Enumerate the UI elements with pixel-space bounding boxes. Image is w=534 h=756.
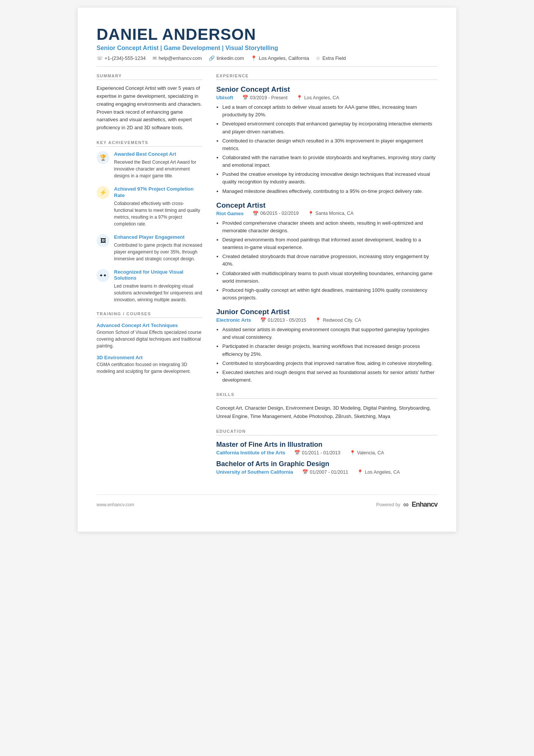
email-icon: ✉ <box>153 55 157 61</box>
training-desc-1: Gnomon School of Visual Effects speciali… <box>97 329 203 349</box>
job-location-1: 📍 Los Angeles, CA <box>297 95 339 100</box>
training-desc-2: CGMA certification focused on integratin… <box>97 361 203 375</box>
edu-pin-icon-1: 📍 <box>350 450 356 455</box>
edu-cal-icon-1: 📅 <box>294 450 300 455</box>
achievement-desc-3: Contributed to game projects that increa… <box>114 242 203 262</box>
bullet-2-5: Produced high-quality concept art within… <box>222 286 437 302</box>
resume-page: DANIEL ANDERSON Senior Concept Artist | … <box>78 8 456 532</box>
bullet-1-3: Contributed to character design which re… <box>222 137 437 152</box>
bullet-1-4: Collaborated with the narrative team to … <box>222 154 437 169</box>
pin-icon-1: 📍 <box>297 95 303 100</box>
bullet-1-1: Led a team of concept artists to deliver… <box>222 103 437 119</box>
achievement-item-1: 🏆 Awarded Best Concept Art Received the … <box>97 151 203 179</box>
bullet-3-3: Contributed to storyboarding projects th… <box>222 360 437 367</box>
right-column: EXPERIENCE Senior Concept Artist Ubisoft… <box>216 74 437 479</box>
bullet-2-3: Created detailed storyboards that drove … <box>222 253 437 268</box>
achievement-title-3: Enhanced Player Engagement <box>114 234 203 241</box>
phone-icon: ☏ <box>97 55 103 61</box>
job-company-3: Electronic Arts <box>216 317 251 323</box>
achievements-section-label: KEY ACHIEVEMENTS <box>97 140 203 147</box>
job-bullets-2: Provided comprehensive character sheets … <box>222 219 437 302</box>
achievement-title-4: Recognized for Unique Visual Solutions <box>114 269 203 282</box>
summary-text: Experienced Concept Artist with over 5 y… <box>97 85 203 132</box>
education-section-label: EDUCATION <box>216 429 437 435</box>
edu-meta-1: California Institute of the Arts 📅 01/20… <box>216 450 437 455</box>
skills-text: Concept Art, Character Design, Environme… <box>216 404 437 421</box>
job-1: Senior Concept Artist Ubisoft 📅 03/2019 … <box>216 85 437 195</box>
bullet-3-2: Participated in character design project… <box>222 343 437 358</box>
bullet-3-1: Assisted senior artists in developing en… <box>222 326 437 341</box>
achievement-title-1: Awarded Best Concept Art <box>114 151 203 158</box>
edu-school-1: California Institute of the Arts <box>216 450 285 455</box>
edu-pin-icon-2: 📍 <box>357 469 363 475</box>
bullet-1-6: Managed milestone deadlines effectively,… <box>222 188 437 195</box>
job-2: Concept Artist Riot Games 📅 06/2015 - 02… <box>216 201 437 302</box>
experience-section-label: EXPERIENCE <box>216 74 437 80</box>
training-title-2: 3D Environment Art <box>97 355 203 360</box>
edu-dates-2: 📅 01/2007 - 01/2011 <box>302 469 348 475</box>
achievement-icon-1: 🏆 <box>97 151 109 164</box>
brand-name: Enhancv <box>412 501 437 509</box>
achievement-desc-2: Collaborated effectively with cross-func… <box>114 200 203 227</box>
calendar-icon-2: 📅 <box>253 211 259 216</box>
infinity-icon: ∞ <box>403 500 409 509</box>
star-icon: ☆ <box>316 55 320 61</box>
edu-cal-icon-2: 📅 <box>302 469 308 475</box>
linkedin-icon: 🔗 <box>209 55 215 61</box>
training-item-2: 3D Environment Art CGMA certification fo… <box>97 355 203 375</box>
pin-icon-3: 📍 <box>315 317 321 323</box>
summary-section-label: SUMMARY <box>97 74 203 80</box>
candidate-title: Senior Concept Artist | Game Development… <box>97 45 437 52</box>
header: DANIEL ANDERSON Senior Concept Artist | … <box>97 26 437 67</box>
bullet-2-4: Collaborated with multidisciplinary team… <box>222 270 437 285</box>
left-column: SUMMARY Experienced Concept Artist with … <box>97 74 203 479</box>
edu-item-1: Master of Fine Arts in Illustration Cali… <box>216 441 437 455</box>
edu-item-2: Bachelor of Arts in Graphic Design Unive… <box>216 460 437 475</box>
job-company-1: Ubisoft <box>216 95 233 100</box>
contact-linkedin: 🔗 linkedin.com <box>209 55 244 61</box>
achievement-item-3: 🖼 Enhanced Player Engagement Contributed… <box>97 234 203 262</box>
training-section-label: TRAINING / COURSES <box>97 311 203 318</box>
edu-location-1: 📍 Valencia, CA <box>350 450 384 455</box>
bullet-1-2: Developed environment concepts that enha… <box>222 120 437 135</box>
job-location-3: 📍 Redwood City, CA <box>315 317 361 323</box>
edu-location-2: 📍 Los Angeles, CA <box>357 469 400 475</box>
achievement-desc-1: Received the Best Concept Art Award for … <box>114 159 203 179</box>
bullet-3-4: Executed sketches and rough designs that… <box>222 369 437 384</box>
footer-url: www.enhancv.com <box>97 502 134 507</box>
achievement-item-2: ⚡ Achieved 97% Project Completion Rate C… <box>97 186 203 227</box>
powered-by-text: Powered by <box>376 502 400 507</box>
edu-school-2: University of Southern California <box>216 469 293 475</box>
achievement-desc-4: Led creative teams in developing visual … <box>114 283 203 303</box>
job-dates-2: 📅 06/2015 - 02/2019 <box>253 211 298 216</box>
training-title-1: Advanced Concept Art Techniques <box>97 322 203 328</box>
achievement-title-2: Achieved 97% Project Completion Rate <box>114 186 203 199</box>
job-3: Junior Concept Artist Electronic Arts 📅 … <box>216 308 437 384</box>
bullet-2-1: Provided comprehensive character sheets … <box>222 219 437 235</box>
contact-email: ✉ help@enhancv.com <box>153 55 202 61</box>
edu-meta-2: University of Southern California 📅 01/2… <box>216 469 437 475</box>
calendar-icon-3: 📅 <box>260 317 266 323</box>
job-meta-2: Riot Games 📅 06/2015 - 02/2019 📍 Santa M… <box>216 211 437 216</box>
contact-location: 📍 Los Angeles, California <box>251 55 309 61</box>
bullet-1-5: Pushed the creative envelope by introduc… <box>222 171 437 186</box>
job-dates-3: 📅 01/2013 - 05/2015 <box>260 317 306 323</box>
bullet-2-2: Designed environments from mood painting… <box>222 236 437 251</box>
training-item-1: Advanced Concept Art Techniques Gnomon S… <box>97 322 203 349</box>
achievement-icon-3: 🖼 <box>97 234 109 247</box>
job-meta-3: Electronic Arts 📅 01/2013 - 05/2015 📍 Re… <box>216 317 437 323</box>
edu-degree-2: Bachelor of Arts in Graphic Design <box>216 460 437 468</box>
skills-section-label: SKILLS <box>216 392 437 399</box>
contact-extra: ☆ Extra Field <box>316 55 346 61</box>
body-columns: SUMMARY Experienced Concept Artist with … <box>97 74 437 479</box>
footer-powered: Powered by ∞ Enhancv <box>376 500 437 509</box>
job-meta-1: Ubisoft 📅 03/2019 - Present 📍 Los Angele… <box>216 95 437 100</box>
pin-icon-2: 📍 <box>308 211 314 216</box>
contact-bar: ☏ +1-(234)-555-1234 ✉ help@enhancv.com 🔗… <box>97 55 437 67</box>
job-location-2: 📍 Santa Monica, CA <box>308 211 354 216</box>
achievement-icon-4: ✦✦ <box>97 269 109 282</box>
edu-dates-1: 📅 01/2011 - 01/2013 <box>294 450 340 455</box>
job-bullets-3: Assisted senior artists in developing en… <box>222 326 437 384</box>
contact-phone: ☏ +1-(234)-555-1234 <box>97 55 146 61</box>
job-title-3: Junior Concept Artist <box>216 308 437 316</box>
